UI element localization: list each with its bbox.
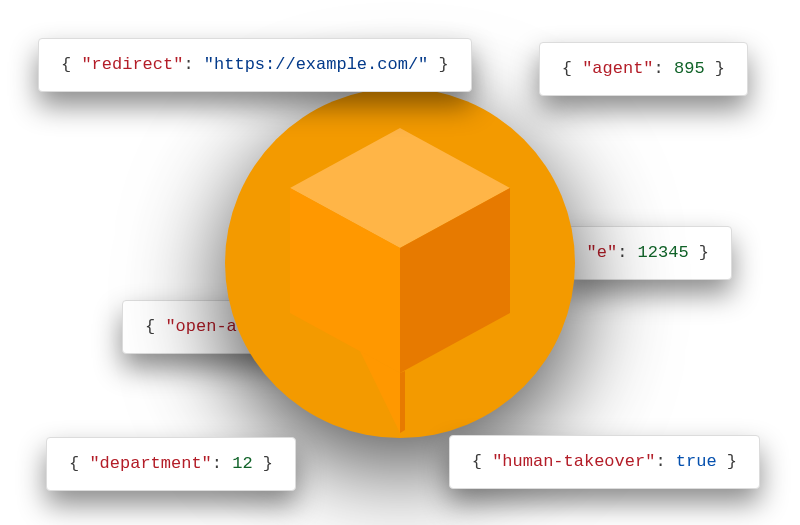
json-value: true [676,452,717,471]
json-value: 12345 [638,243,689,262]
code-snippet-agent: { "agent": 895 } [539,42,748,96]
json-key: "agent" [582,59,653,78]
json-key: "redirect" [81,55,183,74]
code-snippet-human-takeover: { "human-takeover": true } [449,435,760,489]
json-value: 895 [674,59,705,78]
json-key: "e" [587,243,618,262]
json-key: "department" [89,454,211,473]
json-value: "https://example.com/" [204,55,428,74]
code-snippet-department: { "department": 12 } [46,437,296,491]
code-snippet-redirect: { "redirect": "https://example.com/" } [38,38,472,92]
json-value: 12 [232,454,252,473]
chat-cube-icon [210,73,590,453]
svg-marker-5 [400,371,405,433]
json-key: "human-takeover" [492,452,655,471]
